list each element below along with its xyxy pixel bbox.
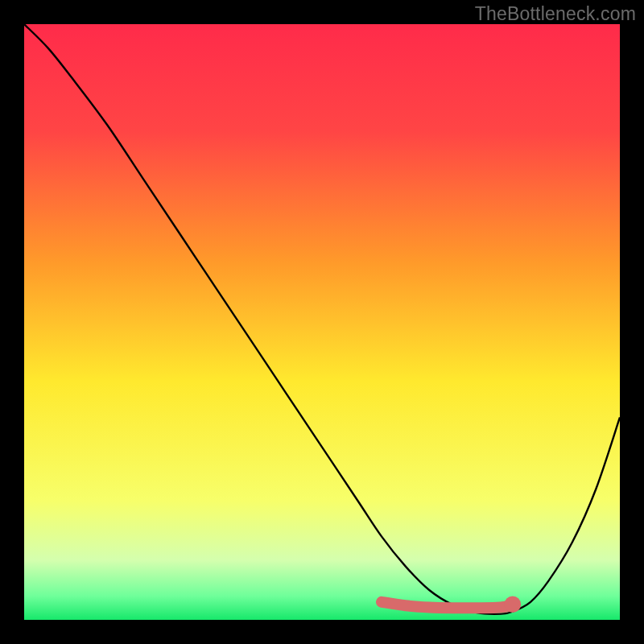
plot-area bbox=[24, 24, 620, 620]
optimal-range-band bbox=[382, 602, 513, 608]
marker-dot bbox=[504, 596, 521, 613]
chart-svg bbox=[24, 24, 620, 620]
chart-frame: TheBottleneck.com bbox=[0, 0, 644, 644]
watermark-text: TheBottleneck.com bbox=[475, 3, 636, 25]
gradient-background bbox=[24, 24, 620, 620]
